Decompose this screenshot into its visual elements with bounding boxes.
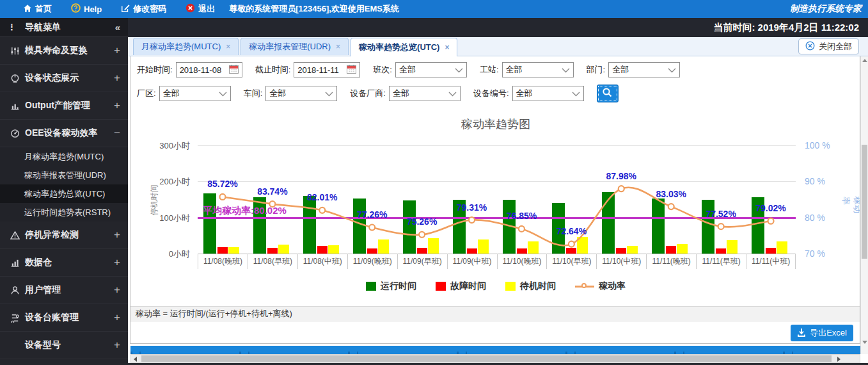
chevron-down-icon[interactable]	[668, 65, 676, 75]
utilization-value-label: 85.72%	[196, 179, 249, 189]
bar-待机时间	[777, 241, 787, 254]
sidebar-group-设备型号[interactable]: 设备型号+	[0, 332, 128, 359]
horizontal-scrollbar-thumb[interactable]	[141, 355, 832, 362]
sidebar-group-Output产能管理[interactable]: Output产能管理+	[0, 92, 128, 120]
dropdown-select[interactable]: 全部	[608, 62, 680, 77]
filter-设备厂商: 设备厂商:全部	[350, 86, 461, 101]
chevron-down-icon[interactable]	[572, 89, 580, 99]
download-icon	[797, 328, 806, 339]
expand-icon[interactable]: +	[114, 99, 120, 112]
sidebar-item-月稼动率趋势(MUTC)[interactable]: 月稼动率趋势(MUTC)	[0, 147, 128, 166]
scroll-up-icon[interactable]	[862, 59, 867, 62]
chevron-down-icon[interactable]	[448, 89, 457, 99]
topbar-item-Help[interactable]: Help	[66, 3, 116, 15]
tab-close-icon[interactable]: ×	[226, 42, 230, 51]
chevron-down-icon[interactable]	[219, 89, 227, 99]
sidebar-group-设备台账管理[interactable]: 设备台账管理+	[0, 304, 128, 332]
filter-label: 开始时间:	[137, 64, 173, 76]
tab-月稼动率趋势(MUTC)[interactable]: 月稼动率趋势(MUTC)×	[133, 38, 239, 55]
date-input[interactable]: 2018-11-08	[176, 62, 242, 77]
expand-icon[interactable]: +	[114, 311, 120, 324]
field-value: 全部	[516, 88, 533, 99]
legend-label: 待机时间	[520, 280, 556, 292]
field-value: 全部	[612, 64, 629, 76]
downtime-alert-icon	[9, 231, 20, 240]
chevron-down-icon[interactable]	[325, 89, 333, 99]
dropdown-select[interactable]: 全部	[512, 86, 584, 101]
filter-工站: 工站:全部	[480, 62, 574, 77]
filter-截止时间: 截止时间:2018-11-11	[255, 62, 361, 77]
sidebar-group-label: 停机异常检测	[25, 229, 79, 241]
device-ledger-icon	[9, 313, 20, 323]
bar-待机时间	[478, 239, 489, 254]
legend-swatch	[505, 282, 516, 291]
sidebar-group-后台配置[interactable]: 后台配置+	[0, 359, 128, 365]
drag-handle-icon[interactable]: ⋮	[8, 22, 16, 32]
line-marker	[319, 207, 325, 213]
expand-icon[interactable]: +	[114, 256, 120, 269]
field-value: 全部	[163, 88, 180, 99]
close-all-tabs-button[interactable]: 关闭全部	[798, 38, 859, 54]
bar-故障时间	[716, 248, 726, 254]
dropdown-select[interactable]: 全部	[389, 86, 461, 101]
topbar-item-label: 首页	[35, 3, 52, 15]
sidebar-group-OEE设备稼动效率[interactable]: OEE设备稼动效率−	[0, 120, 128, 147]
legend-item-运行时间[interactable]: 运行时间	[366, 280, 416, 292]
expand-icon[interactable]: +	[114, 44, 120, 57]
tab-close-icon[interactable]: ×	[445, 43, 449, 52]
export-excel-button[interactable]: 导出Excel	[791, 325, 853, 341]
collapse-icon[interactable]: −	[114, 127, 120, 140]
expand-icon[interactable]: +	[114, 72, 120, 85]
calendar-icon[interactable]	[347, 65, 356, 76]
search-button[interactable]	[597, 85, 619, 102]
tab-close-icon[interactable]: ×	[336, 42, 340, 51]
sidebar-group-设备状态展示[interactable]: 设备状态展示+	[0, 65, 128, 92]
scroll-left-icon[interactable]	[134, 357, 137, 362]
dropdown-select[interactable]: 全部	[502, 62, 574, 77]
sidebar-item-稼动率报表管理(UDR)[interactable]: 稼动率报表管理(UDR)	[0, 166, 128, 184]
sidebar-item-稼动率趋势总览(UTC)[interactable]: 稼动率趋势总览(UTC)	[0, 184, 128, 203]
sidebar-item-运行时间趋势表(RSTR)[interactable]: 运行时间趋势表(RSTR)	[0, 203, 128, 222]
bar-故障时间	[417, 248, 427, 254]
expand-icon[interactable]: +	[114, 339, 120, 352]
topbar-item-退出[interactable]: 退出	[180, 3, 229, 15]
formula-text: 稼动率 = 运行时间/(运行+停机+待机+离线)	[136, 308, 292, 320]
calendar-icon[interactable]	[229, 65, 239, 76]
sidebar-group-用户管理[interactable]: 用户管理+	[0, 277, 128, 304]
y-axis-tick-left: 0小时	[153, 248, 190, 260]
dropdown-select[interactable]: 全部	[265, 86, 337, 101]
utilization-value-label: 79.31%	[445, 202, 499, 213]
dropdown-select[interactable]: 全部	[159, 86, 231, 101]
tab-稼动率报表管理(UDR)[interactable]: 稼动率报表管理(UDR)×	[241, 38, 349, 55]
date-input[interactable]: 2018-11-11	[294, 62, 360, 77]
chevron-down-icon[interactable]	[455, 65, 463, 75]
legend-swatch	[366, 282, 376, 291]
legend-item-待机时间[interactable]: 待机时间	[505, 280, 556, 292]
sidebar-group-停机异常检测[interactable]: 停机异常检测+	[0, 222, 128, 249]
topbar-item-修改密码[interactable]: 修改密码	[116, 3, 180, 15]
sidebar-group-label: 设备型号	[25, 339, 61, 351]
topbar-item-label: Help	[84, 4, 102, 14]
expand-icon[interactable]: +	[114, 229, 120, 241]
scroll-down-icon[interactable]	[862, 341, 867, 344]
tab-稼动率趋势总览(UTC)[interactable]: 稼动率趋势总览(UTC)×	[351, 38, 457, 56]
utilization-value-label: 83.03%	[644, 189, 698, 199]
bar-运行时间	[602, 192, 615, 254]
time-bar: 当前时间: 2019年4月2日 11:22:02	[128, 18, 868, 37]
horizontal-scrollbar[interactable]	[130, 354, 860, 363]
x-axis-label: 11/11(晚班)	[646, 254, 696, 269]
scroll-right-icon[interactable]	[837, 357, 840, 362]
welcome-message: 尊敬的系统管理员[123456],欢迎使用EMS系统	[229, 3, 399, 15]
dropdown-select[interactable]: 全部	[395, 62, 467, 77]
sidebar-group-模具寿命及更换[interactable]: 模具寿命及更换+	[0, 37, 128, 65]
legend-item-稼动率[interactable]: 稼动率	[575, 280, 626, 292]
sidebar-group-数据仓[interactable]: 数据仓+	[0, 249, 128, 277]
topbar-item-首页[interactable]: 首页	[18, 3, 66, 15]
expand-icon[interactable]: +	[114, 284, 120, 296]
tab-label: 稼动率报表管理(UDR)	[249, 41, 331, 53]
legend-item-故障时间[interactable]: 故障时间	[436, 280, 486, 292]
collapse-sidebar-icon[interactable]: «	[115, 22, 120, 33]
vertical-scrollbar-thumb[interactable]	[862, 145, 867, 259]
vertical-scrollbar[interactable]	[860, 56, 868, 354]
chevron-down-icon[interactable]	[562, 65, 570, 75]
